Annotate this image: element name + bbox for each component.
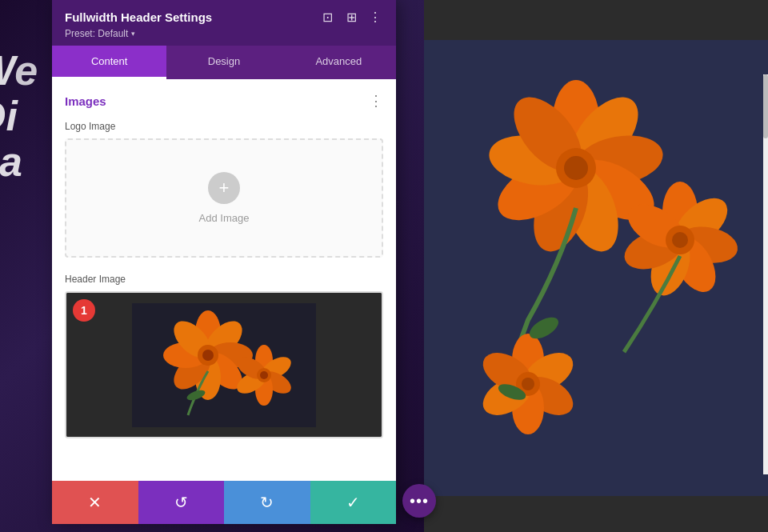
scrollbar-thumb[interactable] [763,74,768,138]
tab-content[interactable]: Content [52,46,166,79]
floating-more-button[interactable]: ••• [402,484,436,518]
panel-preset[interactable]: Preset: Default ▾ [65,28,383,39]
undo-button[interactable]: ↺ [138,481,225,524]
preset-label: Preset: Default [65,28,128,39]
svg-point-21 [672,232,688,248]
settings-panel: Fullwidth Header Settings ⊡ ⊞ ⋮ Preset: … [52,0,396,524]
svg-point-51 [260,371,268,379]
cancel-icon: ✕ [88,493,102,512]
undo-icon: ↺ [174,493,188,512]
panel-header: Fullwidth Header Settings ⊡ ⊞ ⋮ Preset: … [52,0,396,46]
add-image-plus-icon: + [208,172,240,204]
grid-icon[interactable]: ⊞ [343,10,359,25]
header-image-thumbnail [132,303,316,427]
preset-arrow: ▾ [131,30,135,38]
panel-tabs: Content Design Advanced [52,46,396,79]
images-section-header: Images ⋮ [65,92,383,110]
logo-upload-area[interactable]: + Add Image [65,138,383,258]
panel-header-icons: ⊡ ⊞ ⋮ [319,10,383,25]
tab-advanced[interactable]: Advanced [282,46,396,79]
logo-label: Logo Image [65,121,383,132]
tab-design[interactable]: Design [166,46,281,79]
scrollbar-track [763,74,768,474]
cancel-button[interactable]: ✕ [52,481,138,524]
floating-more-icon: ••• [410,492,429,510]
panel-toolbar: ✕ ↺ ↻ ✓ [52,481,396,524]
redo-button[interactable]: ↻ [224,481,310,524]
more-options-icon[interactable]: ⋮ [367,10,383,25]
website-text: We Di –a [0,48,38,186]
save-button[interactable]: ✓ [310,481,397,524]
header-image-container[interactable]: 1 [65,291,383,438]
header-image-label: Header Image [65,274,383,285]
svg-point-43 [202,350,214,361]
panel-content: Images ⋮ Logo Image + Add Image Header I… [52,79,396,481]
section-menu-icon[interactable]: ⋮ [369,92,383,110]
flower-image-right [416,40,768,496]
resize-icon[interactable]: ⊡ [319,10,335,25]
save-icon: ✓ [346,493,360,512]
image-badge: 1 [73,299,95,322]
svg-point-12 [564,156,588,180]
redo-icon: ↻ [260,493,274,512]
svg-point-29 [522,378,534,390]
images-section-title: Images [65,94,106,108]
panel-title: Fullwidth Header Settings [65,10,212,24]
add-image-text: Add Image [82,212,366,224]
header-image-inner: 1 [66,293,382,437]
